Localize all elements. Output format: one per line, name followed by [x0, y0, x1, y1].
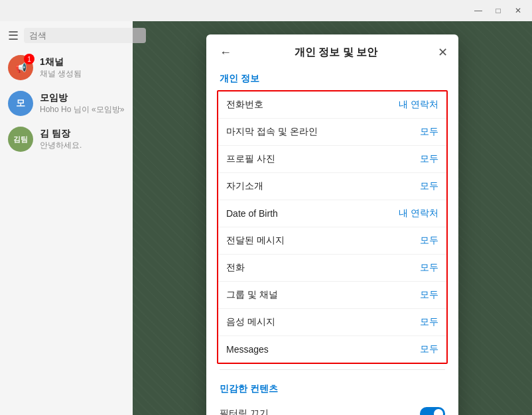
- personal-info-section-title: 개인 정보: [206, 70, 458, 90]
- setting-row-forwarded: 전달된 메시지 모두: [218, 227, 446, 255]
- voice-label: 음성 메시지: [226, 316, 420, 328]
- modal-title: 개인 정보 및 보안: [239, 46, 432, 60]
- group-info: 모임방 Hoho Ho 님이 «모임방»: [40, 92, 125, 115]
- channel-info: 1채널 채널 생성됨: [40, 56, 125, 80]
- group-avatar-text: 모: [16, 97, 25, 109]
- channel-badge: 1: [24, 54, 34, 64]
- modal-back-button[interactable]: ←: [217, 46, 234, 60]
- profile-photo-label: 프로필 사진: [226, 153, 420, 165]
- group-avatar-wrap: 모: [8, 91, 33, 116]
- phone-label: 전화번호: [226, 99, 399, 111]
- phone-value[interactable]: 내 연락처: [399, 99, 438, 111]
- setting-row-phone: 전화번호 내 연락처: [218, 91, 446, 119]
- messages-value[interactable]: 모두: [420, 343, 438, 355]
- close-window-button[interactable]: ✕: [509, 4, 527, 17]
- voice-value[interactable]: 모두: [420, 316, 438, 328]
- setting-row-groups: 그룹 및 채널 모두: [218, 282, 446, 309]
- title-bar: — □ ✕: [0, 0, 532, 21]
- setting-row-bio: 자기소개 모두: [218, 173, 446, 200]
- calls-value[interactable]: 모두: [420, 262, 438, 274]
- setting-row-voice: 음성 메시지 모두: [218, 309, 446, 336]
- modal-close-button[interactable]: ✕: [438, 45, 448, 60]
- setting-row-messages: Messages 모두: [218, 336, 446, 363]
- last-seen-label: 마지막 접속 및 온라인: [226, 126, 420, 138]
- kimteam-info: 김 팀장 안녕하세요.: [40, 128, 125, 151]
- sidebar-item-channel[interactable]: 📢 1 1채널 채널 생성됨: [0, 50, 133, 86]
- calls-label: 전화: [226, 262, 420, 274]
- groups-value[interactable]: 모두: [420, 289, 438, 301]
- sensitive-section-title: 민감한 컨텐츠: [206, 381, 458, 400]
- groups-label: 그룹 및 채널: [226, 289, 420, 301]
- modal-body: 개인 정보 전화번호 내 연락처 마지막 접속 및 온라인 모두: [206, 65, 458, 415]
- modal-header: ← 개인 정보 및 보안 ✕: [206, 34, 458, 65]
- search-input[interactable]: [24, 28, 146, 43]
- kimteam-sub: 안녕하세요.: [40, 140, 125, 151]
- bio-value[interactable]: 모두: [420, 180, 438, 192]
- kimteam-avatar-wrap: 김팀: [8, 127, 33, 152]
- sidebar: ☰ 📢 1 1채널 채널 생성됨: [0, 21, 133, 415]
- last-seen-value[interactable]: 모두: [420, 126, 438, 138]
- group-sub: Hoho Ho 님이 «모임방»: [40, 104, 125, 115]
- channel-avatar-wrap: 📢 1: [8, 55, 33, 80]
- dob-label: Date of Birth: [226, 208, 399, 219]
- section-divider: [220, 369, 445, 370]
- kimteam-avatar-text: 김팀: [13, 135, 28, 145]
- main-content: ← 개인 정보 및 보안 ✕ 개인 정보 전화번호 내 연락처: [133, 21, 532, 415]
- channel-icon: 📢: [15, 62, 27, 73]
- kimteam-avatar: 김팀: [8, 127, 33, 152]
- bio-label: 자기소개: [226, 180, 420, 192]
- setting-row-profile-photo: 프로필 사진 모두: [218, 146, 446, 173]
- setting-row-dob: Date of Birth 내 연락처: [218, 200, 446, 227]
- setting-row-last-seen: 마지막 접속 및 온라인 모두: [218, 119, 446, 146]
- minimize-button[interactable]: —: [470, 4, 487, 17]
- sidebar-item-group[interactable]: 모 모임방 Hoho Ho 님이 «모임방»: [0, 86, 133, 121]
- dob-value[interactable]: 내 연락처: [399, 208, 438, 219]
- group-name: 모임방: [40, 92, 125, 104]
- sidebar-header: ☰: [0, 21, 133, 50]
- filter-label: 필터링 끄기: [220, 408, 420, 415]
- filter-toggle[interactable]: [420, 407, 445, 415]
- maximize-button[interactable]: □: [490, 4, 507, 17]
- channel-name: 1채널: [40, 56, 125, 68]
- sensitive-section: 민감한 컨텐츠 필터링 끄기: [206, 375, 458, 415]
- messages-label: Messages: [226, 344, 420, 355]
- modal-overlay: ← 개인 정보 및 보안 ✕ 개인 정보 전화번호 내 연락처: [133, 21, 532, 415]
- settings-box: 전화번호 내 연락처 마지막 접속 및 온라인 모두 프로필 사진 모두: [217, 90, 448, 364]
- privacy-modal: ← 개인 정보 및 보안 ✕ 개인 정보 전화번호 내 연락처: [206, 34, 458, 415]
- profile-photo-value[interactable]: 모두: [420, 153, 438, 165]
- forwarded-value[interactable]: 모두: [420, 235, 438, 247]
- kimteam-name: 김 팀장: [40, 128, 125, 140]
- hamburger-icon[interactable]: ☰: [8, 29, 19, 43]
- filter-toggle-row: 필터링 끄기: [206, 400, 458, 415]
- forwarded-label: 전달된 메시지: [226, 235, 420, 247]
- channel-sub: 채널 생성됨: [40, 68, 125, 80]
- sidebar-item-kimteam[interactable]: 김팀 김 팀장 안녕하세요.: [0, 121, 133, 157]
- setting-row-calls: 전화 모두: [218, 255, 446, 282]
- group-avatar: 모: [8, 91, 33, 116]
